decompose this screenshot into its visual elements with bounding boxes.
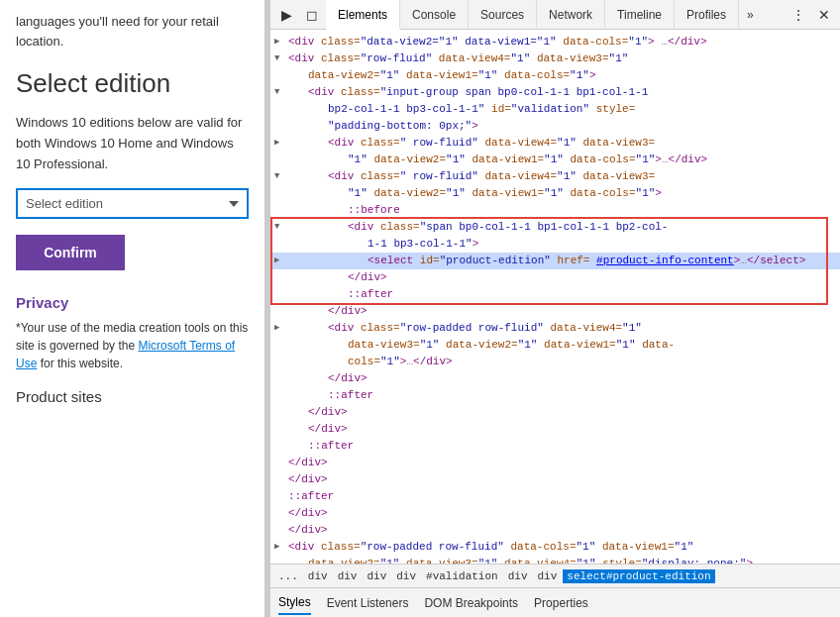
- confirm-button[interactable]: Confirm: [16, 235, 125, 270]
- expand-arrow-empty: [274, 421, 286, 438]
- selected-element-line[interactable]: ▶ <select id="product-edition" href= #pr…: [270, 253, 840, 269]
- tab-profiles[interactable]: Profiles: [675, 0, 739, 30]
- tab-event-listeners[interactable]: Event Listeners: [327, 592, 409, 614]
- expand-arrow[interactable]: ▼: [274, 219, 286, 236]
- code-line: ▼ <div class="row-fluid" data-view4="1" …: [270, 51, 840, 67]
- expand-arrow-empty: [274, 556, 286, 564]
- code-line: </div>: [270, 404, 840, 421]
- code-line: data-view2="1" data-view1="1" data-cols=…: [270, 67, 840, 84]
- inspect-icon-btn[interactable]: ◻: [300, 3, 324, 27]
- code-line: </div>: [270, 421, 840, 438]
- code-line: </div>: [270, 522, 840, 539]
- href-link[interactable]: #product-info-content: [596, 255, 734, 266]
- code-text: </div>: [288, 522, 328, 539]
- devtools-actions: ⋮ ✕: [787, 3, 836, 27]
- expand-arrow-empty: [274, 67, 286, 84]
- breadcrumb-div3[interactable]: div: [363, 569, 390, 583]
- breadcrumb-div2[interactable]: div: [334, 569, 362, 583]
- expand-arrow-empty: [274, 471, 286, 488]
- intro-text: languages you'll need for your retail lo…: [16, 12, 249, 51]
- expand-arrow[interactable]: ▼: [274, 51, 286, 67]
- expand-arrow-empty: [274, 303, 286, 320]
- code-line: ▶ <div class="row-padded row-fluid" data…: [270, 539, 840, 556]
- code-text: </div>: [288, 471, 328, 488]
- expand-arrow-empty: [274, 269, 286, 286]
- expand-arrow-empty: [274, 118, 286, 135]
- tab-sources[interactable]: Sources: [469, 0, 537, 30]
- code-line: ▼ <div class="span bp0-col-1-1 bp1-col-1…: [270, 219, 840, 236]
- expand-arrow-empty: [274, 387, 286, 404]
- breadcrumb-div6[interactable]: div: [534, 569, 562, 583]
- code-text: "1" data-view2="1" data-view1="1" data-c…: [288, 185, 662, 202]
- tab-console[interactable]: Console: [400, 0, 469, 30]
- tab-more[interactable]: »: [739, 0, 762, 30]
- code-text: </div>: [288, 455, 328, 471]
- expand-arrow-empty: [274, 202, 286, 219]
- expand-arrow[interactable]: ▶: [274, 135, 286, 152]
- edition-select[interactable]: Select edition Windows 10 Windows 10 Hom…: [16, 188, 249, 219]
- devtools-content: ▶ <div class="data-view2="1" data-view1=…: [270, 30, 840, 617]
- code-line: 1-1 bp3-col-1-1">: [270, 236, 840, 253]
- code-line: ::after: [270, 387, 840, 404]
- expand-arrow-empty: [274, 152, 286, 168]
- expand-arrow[interactable]: ▼: [274, 168, 286, 185]
- breadcrumb-div5[interactable]: div: [504, 569, 532, 583]
- expand-arrow-empty: [274, 404, 286, 421]
- expand-arrow[interactable]: ▶: [274, 539, 286, 556]
- code-text: </div>: [288, 370, 368, 387]
- breadcrumb-select[interactable]: select#product-edition: [563, 569, 714, 583]
- tab-styles[interactable]: Styles: [278, 591, 311, 615]
- code-line: ▶ <div class=" row-fluid" data-view4="1"…: [270, 135, 840, 152]
- tab-elements[interactable]: Elements: [326, 0, 400, 30]
- privacy-title: Privacy: [16, 294, 249, 311]
- code-line: </div>: [270, 303, 840, 320]
- code-text: data-view2="1" data-view3="1" data-view4…: [288, 556, 753, 564]
- expand-arrow-empty: [274, 101, 286, 118]
- code-text: ::after: [288, 438, 354, 455]
- cursor-icon: ▶: [281, 7, 292, 23]
- code-text: 1-1 bp3-col-1-1">: [288, 236, 478, 253]
- expand-arrow-empty: [274, 488, 286, 505]
- code-text: <div class="data-view2="1" data-view1="1…: [288, 34, 707, 51]
- code-text: </div>: [288, 269, 387, 286]
- cursor-icon-btn[interactable]: ▶: [274, 3, 298, 27]
- expand-arrow[interactable]: ▶: [274, 320, 286, 337]
- breadcrumb-div4[interactable]: div: [392, 569, 420, 583]
- code-line: </div>: [270, 269, 840, 286]
- tab-dom-breakpoints[interactable]: DOM Breakpoints: [424, 592, 518, 614]
- privacy-text: *Your use of the media creation tools on…: [16, 319, 249, 372]
- settings-icon-btn[interactable]: ⋮: [787, 3, 810, 27]
- close-icon-btn[interactable]: ✕: [812, 3, 836, 27]
- left-panel: languages you'll need for your retail lo…: [0, 0, 265, 617]
- code-text: </div>: [288, 421, 348, 438]
- code-text: <select id="product-edition" href= #prod…: [288, 253, 805, 269]
- code-text: </div>: [288, 505, 328, 522]
- code-text: ::before: [288, 202, 400, 219]
- html-code-area[interactable]: ▶ <div class="data-view2="1" data-view1=…: [270, 30, 840, 564]
- expand-arrow-empty: [274, 337, 286, 354]
- breadcrumb-validation[interactable]: #validation: [422, 569, 502, 583]
- product-sites-title: Product sites: [16, 388, 249, 405]
- code-text: <div class="row-padded row-fluid" data-v…: [288, 320, 642, 337]
- expand-arrow[interactable]: ▶: [274, 34, 286, 51]
- code-line: </div>: [270, 455, 840, 471]
- tab-timeline[interactable]: Timeline: [605, 0, 675, 30]
- code-line: ▼ <div class="input-group span bp0-col-1…: [270, 84, 840, 101]
- expand-arrow[interactable]: ▼: [274, 84, 286, 101]
- devtools-tabs: Elements Console Sources Network Timelin…: [326, 0, 785, 30]
- privacy-text-after: for this website.: [37, 357, 123, 370]
- code-line: bp2-col-1-1 bp3-col-1-1" id="validation"…: [270, 101, 840, 118]
- code-line: "padding-bottom: 0px;">: [270, 118, 840, 135]
- expand-arrow-empty: [274, 522, 286, 539]
- tab-properties[interactable]: Properties: [534, 592, 588, 614]
- section-title: Select edition: [16, 68, 249, 99]
- code-line: ::after: [270, 286, 840, 303]
- code-line: ▼ <div class=" row-fluid" data-view4="1"…: [270, 168, 840, 185]
- devtools-toolbar: ▶ ◻ Elements Console Sources Network Tim…: [270, 0, 840, 30]
- code-line: ::before: [270, 202, 840, 219]
- expand-arrow[interactable]: ▶: [274, 253, 286, 269]
- tab-network[interactable]: Network: [537, 0, 605, 30]
- code-text: ::after: [288, 286, 393, 303]
- breadcrumb-div1[interactable]: div: [304, 569, 332, 583]
- breadcrumb-ellipsis[interactable]: ...: [274, 569, 302, 583]
